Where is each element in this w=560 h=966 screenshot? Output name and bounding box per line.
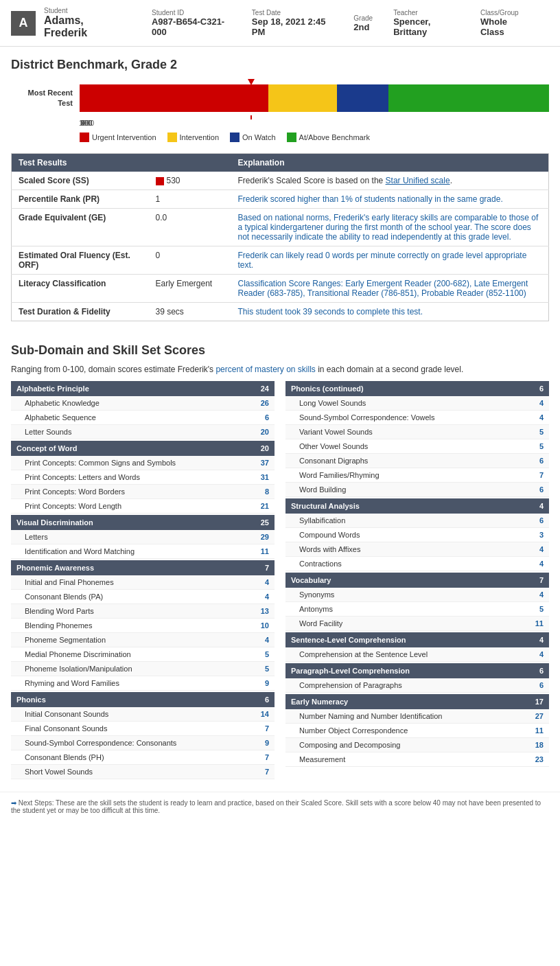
skill-section-header: Paragraph-Level Comprehension <box>285 663 522 678</box>
skill-label: Initial and Final Phonemes <box>11 575 247 590</box>
skill-label: Long Vowel Sounds <box>285 396 522 411</box>
skill-label: Medial Phoneme Discrimination <box>11 647 247 662</box>
list-item: Consonant Blends (PH)7 <box>11 750 275 765</box>
skill-score: 7 <box>247 722 275 736</box>
list-item: Phoneme Isolation/Manipulation5 <box>11 662 275 676</box>
header-fields: Student ID A987-B654-C321-000 Test Date … <box>152 9 549 37</box>
skill-score: 5 <box>522 425 549 439</box>
skill-label: Blending Word Parts <box>11 604 247 619</box>
skill-score: 37 <box>247 456 275 470</box>
legend-onwatch: On Watch <box>230 133 276 142</box>
value-cell: 0.0 <box>149 209 231 246</box>
skill-table: Early Numeracy17Number Naming and Number… <box>285 694 549 767</box>
student-label: Student <box>44 7 124 14</box>
star-unified-link[interactable]: Star Unified scale <box>386 176 450 185</box>
skill-label: Number Object Correspondence <box>285 724 522 738</box>
skill-score: 4 <box>522 647 549 662</box>
table-row: Percentile Rank (PR)1Frederik scored hig… <box>12 190 549 209</box>
skill-score: 26 <box>247 396 275 411</box>
list-item: Letter Sounds20 <box>11 425 275 439</box>
student-name: Adams, Frederik <box>44 14 124 39</box>
scale-1000: 1000 <box>79 119 94 127</box>
value-cell: 0 <box>149 246 231 275</box>
list-item: Number Naming and Number Identification2… <box>285 709 549 724</box>
skill-score: 6 <box>522 454 549 468</box>
skill-score: 6 <box>522 514 549 528</box>
skill-label: Letter Sounds <box>11 425 247 439</box>
arrow-icon: ➡ <box>11 799 16 807</box>
skill-score: 29 <box>247 530 275 544</box>
skill-score: 5 <box>522 439 549 454</box>
skill-label: Phoneme Isolation/Manipulation <box>11 662 247 676</box>
skill-score: 21 <box>247 499 275 514</box>
skill-score: 3 <box>522 528 549 542</box>
skill-score: 20 <box>247 425 275 439</box>
legend-benchmark-color <box>287 133 296 142</box>
table-row: Test Duration & Fidelity39 secsThis stud… <box>12 303 549 321</box>
list-item: Print Concepts: Word Length21 <box>11 499 275 514</box>
list-item: Medial Phoneme Discrimination5 <box>11 647 275 662</box>
page-header: A Student Adams, Frederik Student ID A98… <box>0 0 560 47</box>
list-item: Word Families/Rhyming7 <box>285 468 549 483</box>
benchmark-bar <box>80 79 549 117</box>
class-value: Whole Class <box>480 16 528 37</box>
skill-score: 23 <box>522 752 549 767</box>
value-cell: 530 <box>149 172 231 190</box>
explanation-cell: This student took 39 seconds to complete… <box>231 303 549 321</box>
scale-row: 300 400 500 600 700 800 900 1000 <box>86 117 549 128</box>
skill-score: 4 <box>522 588 549 602</box>
skill-section-header: Phonics <box>11 692 247 707</box>
skill-score: 6 <box>522 483 549 497</box>
skill-score: 11 <box>247 544 275 559</box>
skill-score: 10 <box>247 619 275 633</box>
table-row: Grade Equivalent (GE)0.0Based on nationa… <box>12 209 549 246</box>
subdomain-grid: Alphabetic Principle24Alphabetic Knowled… <box>11 381 549 781</box>
subdomain-desc-link[interactable]: percent of mastery on skills <box>215 365 315 374</box>
legend-urgent-color <box>80 133 89 142</box>
list-item: Compound Words3 <box>285 528 549 542</box>
col-header-explanation: Explanation <box>231 154 549 172</box>
value-cell: Early Emergent <box>149 275 231 303</box>
list-item: Sound-Symbol Correspondence: Consonants9 <box>11 736 275 750</box>
skill-label: Comprehension of Paragraphs <box>285 678 522 693</box>
value-cell: 39 secs <box>149 303 231 321</box>
list-item: Letters29 <box>11 530 275 544</box>
skill-score: 7 <box>522 468 549 483</box>
list-item: Alphabetic Sequence6 <box>11 411 275 425</box>
list-item: Sound-Symbol Correspondence: Vowels4 <box>285 411 549 425</box>
score-marker <box>248 79 255 119</box>
skill-label: Alphabetic Sequence <box>11 411 247 425</box>
list-item: Syllabification6 <box>285 514 549 528</box>
skill-score: 11 <box>522 724 549 738</box>
skill-section-header: Vocabulary <box>285 573 522 588</box>
skill-label: Consonant Digraphs <box>285 454 522 468</box>
list-item: Number Object Correspondence11 <box>285 724 549 738</box>
skill-section-header: Visual Discrimination <box>11 515 247 530</box>
skill-label: Final Consonant Sounds <box>11 722 247 736</box>
test-results-table: Test Results Explanation Scaled Score (S… <box>11 153 549 321</box>
skill-section-score: 4 <box>522 498 549 514</box>
skill-label: Words with Affixes <box>285 542 522 557</box>
metric-cell: Literacy Classification <box>12 275 149 303</box>
table-row: Literacy ClassificationEarly EmergentCla… <box>12 275 549 303</box>
list-item: Alphabetic Knowledge26 <box>11 396 275 411</box>
list-item: Final Consonant Sounds7 <box>11 722 275 736</box>
skill-label: Blending Phonemes <box>11 619 247 633</box>
skill-score: 9 <box>247 736 275 750</box>
skill-label: Contractions <box>285 557 522 571</box>
skill-score: 9 <box>247 676 275 691</box>
list-item: Print Concepts: Common Signs and Symbols… <box>11 456 275 470</box>
skill-label: Measurement <box>285 752 522 767</box>
bar-track <box>80 84 549 112</box>
skill-score: 6 <box>522 678 549 693</box>
benchmark-bar-container: Most RecentTest <box>11 79 549 117</box>
list-item: Print Concepts: Letters and Words31 <box>11 470 275 485</box>
skill-label: Sound-Symbol Correspondence: Consonants <box>11 736 247 750</box>
explanation-cell: Based on national norms, Frederik's earl… <box>231 209 549 246</box>
explanation-cell: Frederik can likely read 0 words per min… <box>231 246 549 275</box>
list-item: Composing and Decomposing18 <box>285 738 549 752</box>
metric-cell: Estimated Oral Fluency (Est. ORF) <box>12 246 149 275</box>
skill-table: Vocabulary7Synonyms4Antonyms5Word Facili… <box>285 573 549 631</box>
skill-section-score: 6 <box>522 663 549 678</box>
list-item: Comprehension of Paragraphs6 <box>285 678 549 693</box>
